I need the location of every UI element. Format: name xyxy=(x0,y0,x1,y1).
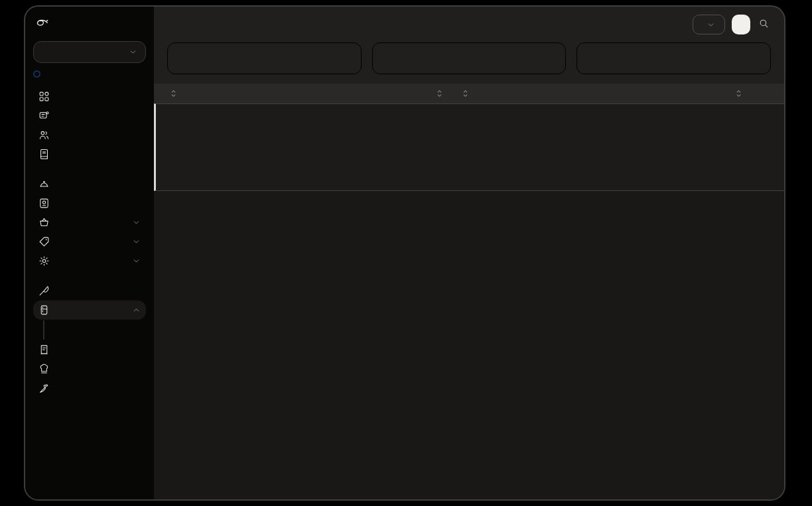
sidebar-item-produits[interactable] xyxy=(33,213,146,232)
sidebar xyxy=(25,7,154,499)
sidebar-item-comptes[interactable] xyxy=(33,125,146,145)
add-stock-button[interactable] xyxy=(732,15,750,34)
stat-cards xyxy=(154,41,784,84)
fridge-icon xyxy=(38,304,50,316)
logo-row xyxy=(33,15,146,33)
receipt-icon xyxy=(38,344,50,355)
sidebar-item-ingredients[interactable] xyxy=(33,379,146,398)
gear-icon xyxy=(38,255,50,267)
menu-book-icon xyxy=(38,198,50,209)
banknote-icon xyxy=(177,50,188,61)
search-button[interactable] xyxy=(757,18,771,31)
main-content xyxy=(154,7,784,499)
avatar[interactable] xyxy=(127,16,145,33)
search-icon xyxy=(758,18,770,29)
table-header xyxy=(154,84,784,103)
chevron-down-icon xyxy=(132,237,141,246)
carrot-icon xyxy=(38,383,50,394)
column-header-stock-actuel[interactable] xyxy=(316,90,442,97)
dashboard-icon xyxy=(38,91,50,102)
sort-icon xyxy=(437,90,442,97)
knife-icon xyxy=(38,285,50,296)
chevron-down-icon xyxy=(132,257,141,265)
chevron-down-icon xyxy=(132,218,141,227)
chart-plot-area xyxy=(194,120,768,168)
submenu-item-mouvements-du-jour[interactable] xyxy=(51,331,146,338)
chevron-down-icon xyxy=(129,48,137,56)
column-header-pru-moyen-ht[interactable] xyxy=(671,90,742,97)
sidebar-item-offres[interactable] xyxy=(33,232,146,251)
sort-icon xyxy=(736,90,742,97)
sidebar-item-gestion-avancee[interactable] xyxy=(33,251,146,271)
topbar xyxy=(154,7,784,41)
tag-icon xyxy=(38,236,50,247)
sidebar-item-carte[interactable] xyxy=(33,174,146,194)
report-icon xyxy=(38,149,50,160)
box-icon xyxy=(586,50,598,61)
export-button[interactable] xyxy=(693,15,725,34)
sidebar-item-suivi-des-alertes[interactable] xyxy=(33,106,146,125)
whisk-logo-icon xyxy=(34,17,49,32)
stock-to-renew-card xyxy=(576,42,771,74)
sidebar-item-tableau-de-bord[interactable] xyxy=(33,87,146,106)
stock-projection-chart xyxy=(156,104,784,190)
basket-icon xyxy=(38,217,50,228)
sidebar-item-rapports[interactable] xyxy=(33,145,146,164)
sort-icon xyxy=(170,90,176,97)
cloche-icon xyxy=(38,178,50,190)
sidebar-item-stock[interactable] xyxy=(33,300,146,320)
chart-y-axis xyxy=(172,120,189,168)
location-select[interactable] xyxy=(33,41,146,63)
ingredients-table xyxy=(154,84,784,499)
sidebar-item-formules[interactable] xyxy=(33,194,146,213)
chevron-down-icon xyxy=(707,21,715,29)
sidebar-item-recettes[interactable] xyxy=(33,359,146,379)
carrot-icon xyxy=(382,50,393,61)
app-window xyxy=(24,5,785,501)
sidebar-item-preparation[interactable] xyxy=(33,281,146,300)
sync-status xyxy=(34,72,145,76)
submenu-item-stock-des-ingredients[interactable] xyxy=(51,322,146,329)
chef-hat-icon xyxy=(38,363,50,375)
sidebar-item-bons-de-commandes[interactable] xyxy=(33,340,146,359)
in-stock-card xyxy=(372,42,567,74)
users-icon xyxy=(38,129,50,141)
chevron-up-icon xyxy=(132,306,141,314)
stock-submenu xyxy=(43,320,146,340)
sort-icon xyxy=(462,90,468,97)
stock-value-card xyxy=(167,42,362,74)
column-header-nom[interactable] xyxy=(167,90,316,97)
column-header-date-fin-de-stock[interactable] xyxy=(442,90,671,97)
sync-dot-icon xyxy=(34,72,39,76)
expanded-row-group xyxy=(154,103,784,191)
alerts-icon xyxy=(38,110,50,121)
